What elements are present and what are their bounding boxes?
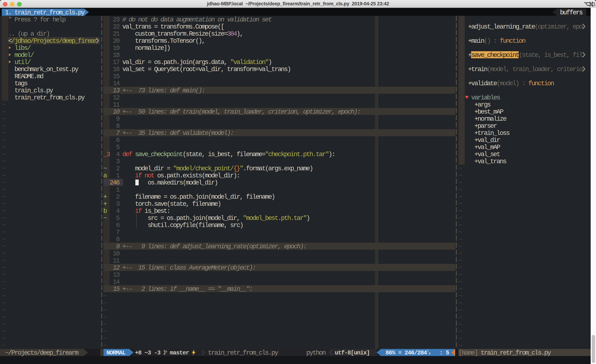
svg-text:1: 1 xyxy=(593,2,595,7)
